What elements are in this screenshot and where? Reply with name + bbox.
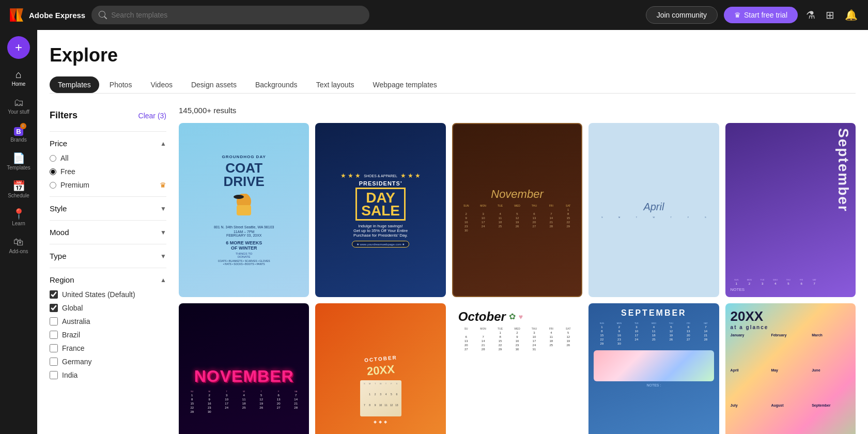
template-card-september-blue[interactable]: SEPTEMBER SUNMONTUEWEDTHUFRISAT 1234567 … <box>588 303 719 434</box>
home-icon: ⌂ <box>16 69 22 80</box>
card-time: 11AM – 7PMFEBRUARY 03, 20XX <box>226 230 262 237</box>
your-stuff-icon: 🗂 <box>13 97 24 107</box>
cal-inner: SMTWTFS 123456 78910111213 <box>360 380 401 416</box>
cal-grid: SUMONTUEWEDTHUFRISAT 12345 6789101112 13… <box>458 327 576 351</box>
svg-rect-6 <box>237 205 251 215</box>
template-card-november-cal[interactable]: November SUN MON TUE WED THU FRI SAT <box>452 123 582 297</box>
coat-icon <box>228 194 259 220</box>
card-title: SEPTEMBER <box>621 308 687 318</box>
flower-icon: ✿ <box>509 312 516 321</box>
learn-icon: 📍 <box>12 209 25 219</box>
filters-clear-button[interactable]: Clear (3) <box>138 112 166 120</box>
content-area: Filters Clear (3) Price ▲ All <box>50 106 856 434</box>
filter-style: Style ▼ <box>50 196 166 220</box>
templates-grid: GROUNDHOG DAY COATDRIVE <box>179 123 856 434</box>
card-footer: COATS • BLANKETS • SCARVES • GLOVES• HAT… <box>218 259 270 266</box>
card-title: October <box>458 309 506 324</box>
cal-grid: SUN MON TUE WED THU FRI SAT <box>458 204 576 232</box>
card-subtitle: at a glance <box>731 324 850 330</box>
tab-text-layouts[interactable]: Text layouts <box>308 76 363 93</box>
template-card-presidents-day[interactable]: ★ ★ ★ SHOES & APPAREL ★ ★ ★ PRESIDENTS' … <box>315 123 445 297</box>
tab-design-assets[interactable]: Design assets <box>183 76 245 93</box>
page-title: Explore <box>50 44 856 66</box>
bell-icon[interactable]: 🔔 <box>843 7 860 23</box>
create-new-button[interactable]: + <box>7 36 30 59</box>
region-india-option[interactable]: India <box>50 371 166 379</box>
price-premium-option[interactable]: Premium ♛ <box>50 181 166 189</box>
price-free-option[interactable]: Free <box>50 167 166 176</box>
sidebar-item-home[interactable]: ⌂ Home <box>2 65 35 91</box>
adobe-logo <box>8 7 25 23</box>
premium-crown-icon: ♛ <box>160 181 166 189</box>
start-trial-button[interactable]: ♛ Start free trial <box>724 7 798 23</box>
template-card-april-light[interactable]: April SMTWTFS <box>588 123 719 297</box>
tab-backgrounds[interactable]: Backgrounds <box>247 76 306 93</box>
card-address: 801 N. 34th Street Seattle, WA 98103 <box>214 225 274 229</box>
logo-area: Adobe Express <box>8 7 85 23</box>
card-weeks: 6 MORE WEEKSOF WINTER <box>226 240 262 251</box>
type-chevron-icon: ▼ <box>160 253 166 260</box>
filter-style-header[interactable]: Style ▼ <box>50 204 166 213</box>
cal-grid: SUNMONTUEWEDTHUFRISAT 1234567 <box>731 278 820 285</box>
template-card-october-white[interactable]: October ✿ ♥ SUMONTUEWEDTHUFRISAT 12345 6… <box>452 303 582 434</box>
template-card-at-glance[interactable]: 20XX at a glance January February March … <box>725 303 856 434</box>
card-notes: NOTES : <box>646 383 661 387</box>
landscape-image <box>594 350 714 381</box>
card-subtitle: PRESIDENTS' <box>359 180 402 187</box>
crown-icon: ♛ <box>734 11 741 19</box>
filter-mood-header[interactable]: Mood ▼ <box>50 228 166 237</box>
template-card-november-neon[interactable]: NOVEMBER SUMTWTFSA 1234567 891011121314 … <box>179 303 309 434</box>
sidebar-item-add-ons[interactable]: 🛍 Add-ons <box>2 233 35 258</box>
topnav: Adobe Express Join community ♛ Start fre… <box>0 0 868 30</box>
filter-type-header[interactable]: Type ▼ <box>50 252 166 260</box>
template-card-september-purple[interactable]: September SUNMONTUEWEDTHUFRISAT 1234567 … <box>725 123 856 297</box>
heart-icon: ♥ <box>519 313 523 321</box>
filters-header: Filters Clear (3) <box>50 110 166 121</box>
svg-point-8 <box>234 195 244 199</box>
filter-price-header[interactable]: Price ▲ <box>50 139 166 148</box>
card-month: April <box>643 201 664 213</box>
filter-region-header[interactable]: Region ▲ <box>50 275 166 284</box>
tab-webpage-templates[interactable]: Webpage templates <box>365 76 445 93</box>
search-bar[interactable] <box>91 6 369 24</box>
search-icon <box>99 11 107 19</box>
join-community-button[interactable]: Join community <box>646 6 718 24</box>
add-ons-icon: 🛍 <box>13 237 24 247</box>
brands-icon: B ♛ <box>14 125 23 135</box>
card-year: 20XX <box>731 308 850 324</box>
region-brazil-option[interactable]: Brazil <box>50 331 166 339</box>
templates-icon: 📄 <box>12 153 25 163</box>
apps-icon[interactable]: ⊞ <box>824 7 836 23</box>
template-card-coat-drive[interactable]: GROUNDHOG DAY COATDRIVE <box>179 123 309 297</box>
region-global-option[interactable]: Global <box>50 304 166 312</box>
region-australia-option[interactable]: Australia <box>50 317 166 326</box>
sidebar-item-templates[interactable]: 📄 Templates <box>2 149 35 175</box>
sidebar-item-your-stuff[interactable]: 🗂 Your stuff <box>2 93 35 119</box>
months-grid: January February March April May June Ju… <box>731 333 850 434</box>
card-donate: THINGS TODONATE <box>236 252 252 258</box>
results-area: 145,000+ results GROUNDHOG DAY COATDRIVE <box>179 106 856 434</box>
region-us-option[interactable]: United States (Default) <box>50 290 166 299</box>
filter-mood: Mood ▼ <box>50 220 166 244</box>
card-diamond: ◆ ◆ ◆ <box>374 420 388 424</box>
price-all-option[interactable]: All <box>50 154 166 162</box>
search-input[interactable] <box>111 11 362 19</box>
main-content: Explore Templates Photos Videos Design a… <box>37 30 868 434</box>
region-chevron-icon: ▲ <box>160 276 166 284</box>
sidebar-item-brands[interactable]: B ♛ Brands <box>2 121 35 147</box>
sidebar-item-learn[interactable]: 📍 Learn <box>2 205 35 230</box>
tab-templates[interactable]: Templates <box>50 76 99 93</box>
app-body: + ⌂ Home 🗂 Your stuff B ♛ Brands 📄 Templ… <box>0 30 868 434</box>
template-card-october-orange[interactable]: OCTOBER 20XX SMTWTFS 123456 78910111213 … <box>315 303 445 434</box>
tab-videos[interactable]: Videos <box>142 76 181 93</box>
card-header-row: October ✿ ♥ <box>458 309 576 324</box>
schedule-icon: 📅 <box>12 181 25 191</box>
tab-photos[interactable]: Photos <box>101 76 141 93</box>
region-france-option[interactable]: France <box>50 344 166 352</box>
flask-icon[interactable]: ⚗ <box>804 7 817 23</box>
card-title: COATDRIVE <box>223 161 264 188</box>
price-options: All Free Premium ♛ <box>50 154 166 189</box>
region-germany-option[interactable]: Germany <box>50 358 166 366</box>
price-chevron-icon: ▲ <box>160 140 166 147</box>
sidebar-item-schedule[interactable]: 📅 Schedule <box>2 177 35 203</box>
